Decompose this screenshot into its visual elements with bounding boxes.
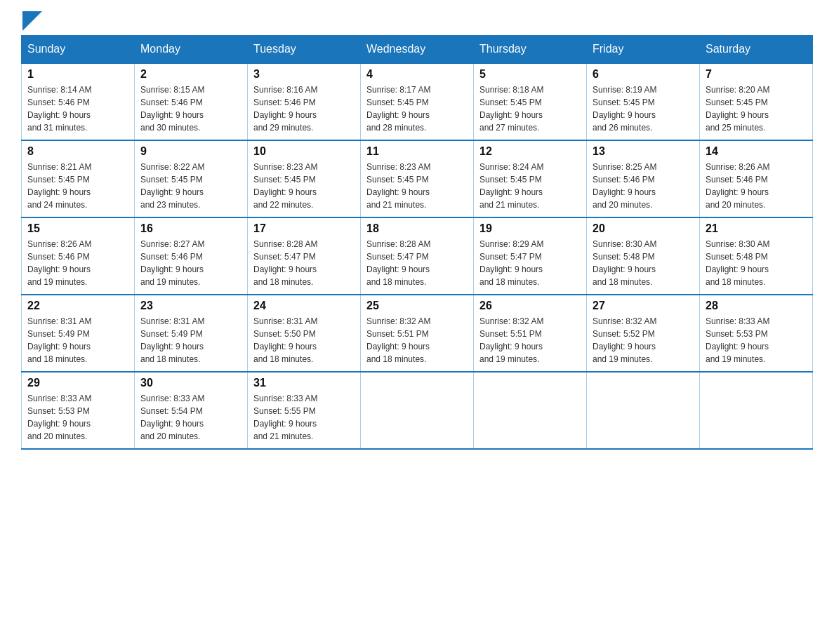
calendar-header-row: SundayMondayTuesdayWednesdayThursdayFrid… bbox=[22, 36, 813, 64]
day-number: 6 bbox=[593, 68, 694, 81]
calendar-week-1: 1Sunrise: 8:14 AMSunset: 5:46 PMDaylight… bbox=[22, 63, 813, 140]
calendar-cell: 1Sunrise: 8:14 AMSunset: 5:46 PMDaylight… bbox=[22, 63, 135, 140]
day-number: 23 bbox=[140, 300, 241, 312]
calendar-cell: 27Sunrise: 8:32 AMSunset: 5:52 PMDayligh… bbox=[587, 295, 700, 372]
day-number: 12 bbox=[479, 145, 581, 158]
calendar-cell: 20Sunrise: 8:30 AMSunset: 5:48 PMDayligh… bbox=[587, 217, 700, 295]
day-header-wednesday: Wednesday bbox=[361, 36, 474, 64]
day-number: 9 bbox=[140, 145, 241, 158]
day-info: Sunrise: 8:18 AMSunset: 5:45 PMDaylight:… bbox=[479, 83, 581, 134]
calendar-cell: 2Sunrise: 8:15 AMSunset: 5:46 PMDaylight… bbox=[135, 63, 248, 140]
day-header-saturday: Saturday bbox=[700, 36, 813, 64]
calendar-cell: 14Sunrise: 8:26 AMSunset: 5:46 PMDayligh… bbox=[700, 140, 813, 217]
day-header-tuesday: Tuesday bbox=[248, 36, 361, 64]
calendar-cell: 18Sunrise: 8:28 AMSunset: 5:47 PMDayligh… bbox=[361, 217, 474, 295]
page-header bbox=[21, 14, 813, 28]
calendar-cell bbox=[587, 372, 700, 449]
calendar-cell: 25Sunrise: 8:32 AMSunset: 5:51 PMDayligh… bbox=[361, 295, 474, 372]
day-info: Sunrise: 8:30 AMSunset: 5:48 PMDaylight:… bbox=[706, 238, 807, 288]
calendar-cell: 3Sunrise: 8:16 AMSunset: 5:46 PMDaylight… bbox=[248, 63, 361, 140]
day-number: 1 bbox=[27, 68, 128, 81]
day-number: 18 bbox=[366, 222, 468, 235]
calendar-cell: 21Sunrise: 8:30 AMSunset: 5:48 PMDayligh… bbox=[700, 217, 813, 295]
day-header-thursday: Thursday bbox=[474, 36, 587, 64]
day-number: 7 bbox=[706, 68, 807, 81]
day-info: Sunrise: 8:29 AMSunset: 5:47 PMDaylight:… bbox=[479, 238, 581, 288]
day-info: Sunrise: 8:31 AMSunset: 5:50 PMDaylight:… bbox=[253, 315, 355, 365]
day-info: Sunrise: 8:17 AMSunset: 5:45 PMDaylight:… bbox=[366, 83, 468, 134]
calendar-cell: 4Sunrise: 8:17 AMSunset: 5:45 PMDaylight… bbox=[361, 63, 474, 140]
calendar-cell bbox=[700, 372, 813, 449]
day-number: 15 bbox=[27, 222, 128, 235]
calendar-cell: 7Sunrise: 8:20 AMSunset: 5:45 PMDaylight… bbox=[700, 63, 813, 140]
day-number: 21 bbox=[706, 222, 807, 235]
calendar-cell: 19Sunrise: 8:29 AMSunset: 5:47 PMDayligh… bbox=[474, 217, 587, 295]
day-number: 19 bbox=[479, 222, 581, 235]
day-info: Sunrise: 8:25 AMSunset: 5:46 PMDaylight:… bbox=[593, 161, 694, 211]
day-number: 14 bbox=[706, 145, 807, 158]
day-info: Sunrise: 8:33 AMSunset: 5:55 PMDaylight:… bbox=[253, 392, 355, 443]
day-number: 3 bbox=[253, 68, 355, 81]
day-info: Sunrise: 8:32 AMSunset: 5:51 PMDaylight:… bbox=[366, 315, 468, 365]
calendar-cell: 15Sunrise: 8:26 AMSunset: 5:46 PMDayligh… bbox=[22, 217, 135, 295]
day-header-sunday: Sunday bbox=[22, 36, 135, 64]
calendar-cell: 5Sunrise: 8:18 AMSunset: 5:45 PMDaylight… bbox=[474, 63, 587, 140]
day-info: Sunrise: 8:31 AMSunset: 5:49 PMDaylight:… bbox=[140, 315, 241, 365]
calendar-cell: 29Sunrise: 8:33 AMSunset: 5:53 PMDayligh… bbox=[22, 372, 135, 449]
calendar-table: SundayMondayTuesdayWednesdayThursdayFrid… bbox=[21, 35, 813, 450]
day-info: Sunrise: 8:26 AMSunset: 5:46 PMDaylight:… bbox=[27, 238, 128, 288]
day-number: 26 bbox=[479, 300, 581, 312]
calendar-cell: 8Sunrise: 8:21 AMSunset: 5:45 PMDaylight… bbox=[22, 140, 135, 217]
day-info: Sunrise: 8:28 AMSunset: 5:47 PMDaylight:… bbox=[366, 238, 468, 288]
day-info: Sunrise: 8:24 AMSunset: 5:45 PMDaylight:… bbox=[479, 161, 581, 211]
day-info: Sunrise: 8:31 AMSunset: 5:49 PMDaylight:… bbox=[27, 315, 128, 365]
day-info: Sunrise: 8:28 AMSunset: 5:47 PMDaylight:… bbox=[253, 238, 355, 288]
day-number: 25 bbox=[366, 300, 468, 312]
day-number: 2 bbox=[140, 68, 241, 81]
calendar-cell: 24Sunrise: 8:31 AMSunset: 5:50 PMDayligh… bbox=[248, 295, 361, 372]
day-info: Sunrise: 8:27 AMSunset: 5:46 PMDaylight:… bbox=[140, 238, 241, 288]
calendar-week-3: 15Sunrise: 8:26 AMSunset: 5:46 PMDayligh… bbox=[22, 217, 813, 295]
calendar-cell: 23Sunrise: 8:31 AMSunset: 5:49 PMDayligh… bbox=[135, 295, 248, 372]
calendar-cell: 17Sunrise: 8:28 AMSunset: 5:47 PMDayligh… bbox=[248, 217, 361, 295]
day-number: 16 bbox=[140, 222, 241, 235]
svg-marker-0 bbox=[22, 11, 42, 31]
day-number: 31 bbox=[253, 377, 355, 389]
calendar-cell: 10Sunrise: 8:23 AMSunset: 5:45 PMDayligh… bbox=[248, 140, 361, 217]
day-number: 20 bbox=[593, 222, 694, 235]
day-info: Sunrise: 8:33 AMSunset: 5:53 PMDaylight:… bbox=[706, 315, 807, 365]
calendar-cell bbox=[474, 372, 587, 449]
day-header-friday: Friday bbox=[587, 36, 700, 64]
day-info: Sunrise: 8:16 AMSunset: 5:46 PMDaylight:… bbox=[253, 83, 355, 134]
day-number: 8 bbox=[27, 145, 128, 158]
calendar-cell: 16Sunrise: 8:27 AMSunset: 5:46 PMDayligh… bbox=[135, 217, 248, 295]
day-info: Sunrise: 8:23 AMSunset: 5:45 PMDaylight:… bbox=[366, 161, 468, 211]
calendar-cell: 13Sunrise: 8:25 AMSunset: 5:46 PMDayligh… bbox=[587, 140, 700, 217]
day-info: Sunrise: 8:21 AMSunset: 5:45 PMDaylight:… bbox=[27, 161, 128, 211]
day-number: 11 bbox=[366, 145, 468, 158]
calendar-cell: 30Sunrise: 8:33 AMSunset: 5:54 PMDayligh… bbox=[135, 372, 248, 449]
day-number: 27 bbox=[593, 300, 694, 312]
day-number: 13 bbox=[593, 145, 694, 158]
calendar-cell: 11Sunrise: 8:23 AMSunset: 5:45 PMDayligh… bbox=[361, 140, 474, 217]
day-number: 5 bbox=[479, 68, 581, 81]
calendar-week-5: 29Sunrise: 8:33 AMSunset: 5:53 PMDayligh… bbox=[22, 372, 813, 449]
day-number: 29 bbox=[27, 377, 128, 389]
day-info: Sunrise: 8:32 AMSunset: 5:52 PMDaylight:… bbox=[593, 315, 694, 365]
calendar-cell bbox=[361, 372, 474, 449]
day-info: Sunrise: 8:22 AMSunset: 5:45 PMDaylight:… bbox=[140, 161, 241, 211]
day-info: Sunrise: 8:30 AMSunset: 5:48 PMDaylight:… bbox=[593, 238, 694, 288]
day-number: 24 bbox=[253, 300, 355, 312]
calendar-cell: 22Sunrise: 8:31 AMSunset: 5:49 PMDayligh… bbox=[22, 295, 135, 372]
day-info: Sunrise: 8:33 AMSunset: 5:53 PMDaylight:… bbox=[27, 392, 128, 443]
day-number: 22 bbox=[27, 300, 128, 312]
day-number: 17 bbox=[253, 222, 355, 235]
day-number: 10 bbox=[253, 145, 355, 158]
calendar-cell: 31Sunrise: 8:33 AMSunset: 5:55 PMDayligh… bbox=[248, 372, 361, 449]
day-number: 28 bbox=[706, 300, 807, 312]
calendar-week-4: 22Sunrise: 8:31 AMSunset: 5:49 PMDayligh… bbox=[22, 295, 813, 372]
day-info: Sunrise: 8:15 AMSunset: 5:46 PMDaylight:… bbox=[140, 83, 241, 134]
calendar-cell: 9Sunrise: 8:22 AMSunset: 5:45 PMDaylight… bbox=[135, 140, 248, 217]
day-header-monday: Monday bbox=[135, 36, 248, 64]
day-info: Sunrise: 8:14 AMSunset: 5:46 PMDaylight:… bbox=[27, 83, 128, 134]
